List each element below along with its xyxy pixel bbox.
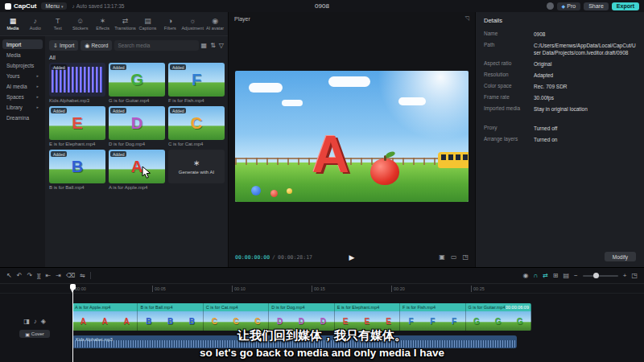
timeline-clip[interactable]: DDD — [269, 311, 334, 331]
zoom-slider-knob[interactable] — [593, 273, 599, 278]
media-item[interactable]: BAddedB is for Ball.mp4 — [49, 150, 105, 190]
tab-effects[interactable]: ✶Effects — [92, 18, 114, 31]
zoom-out-icon[interactable]: − — [574, 272, 578, 280]
toolbar-divider — [90, 272, 91, 279]
media-item[interactable]: FAddedF is for Fish.mp4 — [168, 63, 225, 103]
preview-axis-icon[interactable]: ▤ — [564, 272, 570, 280]
timeline-clip[interactable]: CCC — [204, 311, 269, 331]
sidebar-item-import[interactable]: Import — [2, 39, 43, 49]
tab-audio[interactable]: ♪Audio — [24, 18, 47, 31]
zoom-in-icon[interactable]: + — [623, 272, 627, 280]
sort-icon[interactable]: ⇅ — [210, 42, 216, 50]
delete-icon[interactable]: ⌫ — [66, 272, 75, 280]
media-item[interactable]: GAddedG is for Guitar.mp4 — [109, 63, 165, 103]
current-time: 00:00:00:00 — [235, 254, 270, 261]
record-icon: ◉ — [85, 43, 89, 48]
detail-row: Aspect ratioOriginal — [484, 58, 636, 69]
chevron-right-icon: ▸ — [36, 84, 39, 88]
media-item[interactable]: AddedKids Alphabet.mp3 — [49, 63, 105, 103]
media-item[interactable]: DAddedD is for Dog.mp4 — [109, 106, 165, 146]
timeline-tracks: ◨♪◈ ▣ Cover A is for Apple.mp4B is for B… — [0, 294, 644, 362]
timeline-clip[interactable]: GGG — [466, 311, 531, 331]
tab-filters[interactable]: ◑Filters — [159, 18, 181, 31]
share-button[interactable]: Share — [584, 2, 609, 10]
mute-track-icon[interactable]: ♪ — [34, 318, 37, 326]
avatar[interactable] — [547, 2, 554, 10]
timeline-clip-label[interactable]: F is for Fish.mp4 — [400, 303, 465, 311]
details-panel: Details Name0908PathC:/Users/Emenws/AppD… — [475, 12, 644, 267]
audio-track-clip[interactable]: Kids Alphabet.mp3 — [72, 335, 517, 348]
media-item[interactable]: CAddedC is for Cat.mp4 — [168, 106, 225, 146]
menu-button[interactable]: Menu▾ — [41, 2, 67, 10]
media-item-name: E is for Elephant.mp4 — [49, 142, 105, 146]
timeline-zoom-slider[interactable] — [583, 275, 618, 277]
record-button[interactable]: ◉ Record — [80, 40, 112, 51]
right-trim-icon[interactable]: ⇥ — [56, 272, 61, 280]
ratio-icon[interactable]: ▭ — [451, 253, 457, 261]
grid-view-icon[interactable]: ▦ — [201, 42, 208, 50]
timeline-clip-label[interactable]: D is for Dog.mp4 — [269, 303, 334, 311]
auto-ripple-icon[interactable]: ⇄ — [543, 272, 548, 280]
tab-ai-avatar[interactable]: ◉AI avatar — [204, 18, 226, 31]
fit-timeline-icon[interactable]: ◳ — [631, 272, 638, 280]
snapshot-icon[interactable]: ▣ — [439, 253, 445, 261]
sidebar-item-dreamina[interactable]: Dreamina — [2, 113, 43, 122]
timeline-clip[interactable]: EEE — [335, 311, 400, 331]
toggle-track-icon[interactable]: ◨ — [23, 318, 30, 326]
playhead-line[interactable] — [72, 284, 73, 362]
timeline-clip-label[interactable]: C is for Cat.mp4 — [204, 303, 269, 311]
added-badge: Added — [51, 108, 67, 113]
playhead-handle[interactable] — [70, 284, 76, 290]
redo-icon[interactable]: ↷ — [27, 272, 32, 280]
select-icon[interactable]: ↖ — [6, 272, 12, 280]
media-item[interactable]: EAddedE is for Elephant.mp4 — [49, 106, 105, 146]
tab-text[interactable]: TText — [47, 18, 69, 31]
timeline-clip[interactable]: AAA — [72, 311, 138, 331]
play-button[interactable]: ▶ — [349, 253, 355, 261]
pro-button[interactable]: ◆ Pro — [557, 2, 581, 10]
timeline-clip-label[interactable]: A is for Apple.mp4 — [72, 303, 138, 311]
timeline-ruler[interactable]: 00:0000:0500:1000:1500:2000:25 — [0, 284, 644, 294]
link-icon[interactable]: ⊞ — [553, 272, 559, 280]
tab-adjustment[interactable]: ☼Adjustment — [181, 18, 204, 31]
generate-with-ai-tile[interactable]: ∗Generate with AI — [168, 150, 225, 190]
modify-button[interactable]: Modify — [605, 252, 636, 261]
media-item[interactable]: AAddedA is for Apple.mp4 — [109, 150, 165, 190]
timeline-clip[interactable]: FFF — [400, 311, 465, 331]
expand-player-icon[interactable]: ◹ — [465, 15, 469, 22]
player-title: Player — [234, 16, 250, 22]
tab-media[interactable]: ▦Media — [2, 18, 24, 31]
sidebar-item-ai-media[interactable]: AI media▸ — [2, 81, 43, 91]
tab-captions[interactable]: ▤Captions — [136, 18, 159, 31]
tab-transitions[interactable]: ⇄Transitions — [114, 18, 137, 31]
timeline-clip-label[interactable]: B is for Ball.mp4 — [138, 303, 203, 311]
chevron-down-icon: ▾ — [61, 4, 64, 9]
fullscreen-icon[interactable]: ◳ — [462, 253, 469, 261]
sidebar-item-spaces[interactable]: Spaces▸ — [2, 92, 43, 101]
record-voiceover-icon[interactable]: ◉ — [522, 272, 528, 280]
left-trim-icon[interactable]: ⇤ — [46, 272, 52, 280]
sidebar-item-library[interactable]: Library▸ — [2, 102, 43, 112]
undo-icon[interactable]: ↶ — [17, 272, 23, 280]
waveform — [52, 67, 103, 93]
sidebar-item-subprojects[interactable]: Subprojects — [2, 60, 43, 70]
timeline-clip-label[interactable]: E is for Elephant.mp4 — [335, 303, 400, 311]
detail-label: Color space — [484, 83, 534, 90]
search-input[interactable] — [114, 40, 198, 51]
timeline-clip[interactable]: BBB — [138, 311, 203, 331]
lock-track-icon[interactable]: ◈ — [41, 318, 46, 326]
detail-row: ResolutionAdapted — [484, 69, 636, 80]
grass — [235, 162, 469, 202]
split-icon[interactable]: ][ — [37, 272, 40, 280]
mirror-icon[interactable]: ⇋ — [80, 272, 85, 280]
detail-label: Frame rate — [484, 94, 534, 101]
sidebar-item-yours[interactable]: Yours▸ — [2, 71, 43, 80]
import-button[interactable]: ⇩ Import — [49, 40, 78, 51]
export-button[interactable]: Export — [612, 2, 639, 10]
tab-stickers[interactable]: ☺Stickers — [69, 18, 92, 31]
cloud — [282, 100, 303, 106]
magnet-icon[interactable]: ∩ — [533, 272, 538, 280]
sidebar-item-media[interactable]: Media — [2, 50, 43, 60]
filter-icon[interactable]: ▽ — [219, 42, 224, 50]
cover-button[interactable]: ▣ Cover — [19, 330, 50, 338]
